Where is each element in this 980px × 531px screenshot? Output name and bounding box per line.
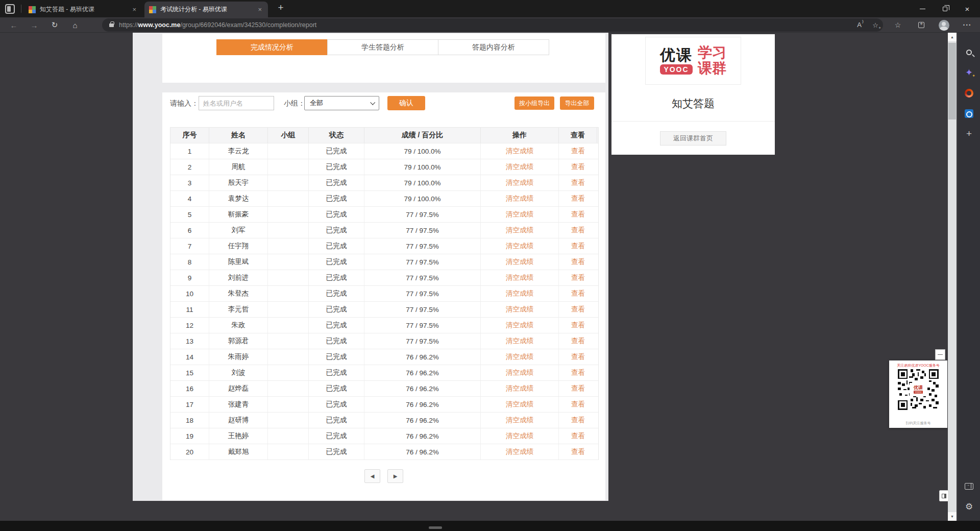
- clear-score-link[interactable]: 清空成绩: [481, 238, 559, 254]
- add-sidebar-item-icon[interactable]: +: [958, 124, 980, 144]
- view-link[interactable]: 查看: [559, 413, 597, 428]
- qr-collapse-button[interactable]: [935, 349, 945, 360]
- close-tab-icon[interactable]: ×: [131, 6, 138, 13]
- clear-score-link[interactable]: 清空成绩: [481, 159, 559, 175]
- favorites-icon[interactable]: ☆: [889, 17, 906, 33]
- clear-score-link[interactable]: 清空成绩: [481, 428, 559, 444]
- column-header: 序号: [170, 128, 209, 143]
- analysis-tabs-card: 完成情况分析 学生答题分析 答题内容分析: [162, 34, 605, 83]
- view-link[interactable]: 查看: [559, 238, 597, 254]
- input-label: 请输入：: [170, 95, 199, 111]
- profile-avatar[interactable]: [935, 17, 952, 33]
- view-link[interactable]: 查看: [559, 428, 597, 444]
- restore-button[interactable]: [934, 0, 955, 17]
- export-by-group-button[interactable]: 按小组导出: [514, 96, 554, 110]
- view-link[interactable]: 查看: [559, 349, 597, 365]
- address-bar[interactable]: https://www.yooc.me/group/6692046/exam/3…: [102, 18, 883, 32]
- search-icon[interactable]: [958, 42, 980, 62]
- prev-page-button[interactable]: ◀: [364, 469, 380, 483]
- tab-completion-analysis[interactable]: 完成情况分析: [216, 39, 328, 55]
- home-icon[interactable]: ⌂: [67, 17, 83, 33]
- table-row: 20戴郑旭已完成76 / 96.2%清空成绩查看: [170, 444, 598, 460]
- clear-score-link[interactable]: 清空成绩: [481, 223, 559, 238]
- sidebar-peek-button[interactable]: [939, 490, 949, 501]
- view-link[interactable]: 查看: [559, 254, 597, 270]
- clear-score-link[interactable]: 清空成绩: [481, 143, 559, 159]
- qr-widget[interactable]: 关注易班优课YOOC服务号 优课 YOOC 扫码关注服务号: [889, 360, 947, 428]
- clear-score-link[interactable]: 清空成绩: [481, 413, 559, 428]
- cell-group: [268, 223, 309, 238]
- confirm-button[interactable]: 确认: [387, 96, 425, 110]
- view-link[interactable]: 查看: [559, 191, 597, 206]
- view-link[interactable]: 查看: [559, 286, 597, 301]
- sidebar-panel-icon[interactable]: [958, 476, 980, 496]
- close-tab-icon[interactable]: ×: [256, 6, 263, 13]
- logo-en-badge: YOOC: [660, 64, 692, 75]
- clear-score-link[interactable]: 清空成绩: [481, 349, 559, 365]
- view-link[interactable]: 查看: [559, 175, 597, 190]
- view-link[interactable]: 查看: [559, 143, 597, 159]
- view-link[interactable]: 查看: [559, 444, 597, 460]
- view-link[interactable]: 查看: [559, 381, 597, 396]
- cell-seq: 11: [170, 302, 209, 317]
- group-select[interactable]: 全部: [304, 96, 379, 110]
- clear-score-link[interactable]: 清空成绩: [481, 381, 559, 396]
- outlook-icon[interactable]: [958, 103, 980, 124]
- tab-student-answer-analysis[interactable]: 学生答题分析: [327, 39, 438, 55]
- back-icon[interactable]: ←: [6, 17, 21, 33]
- scroll-up-icon[interactable]: ▲: [948, 33, 957, 41]
- view-link[interactable]: 查看: [559, 302, 597, 317]
- scrollbar-thumb[interactable]: [948, 43, 956, 119]
- window-close-button[interactable]: ×: [957, 0, 978, 17]
- clear-score-link[interactable]: 清空成绩: [481, 365, 559, 380]
- view-link[interactable]: 查看: [559, 270, 597, 285]
- cell-seq: 10: [170, 286, 209, 301]
- clear-score-link[interactable]: 清空成绩: [481, 302, 559, 317]
- add-favorite-icon[interactable]: ☆: [868, 21, 883, 29]
- refresh-icon[interactable]: ↻: [47, 17, 62, 33]
- forward-icon[interactable]: →: [27, 17, 42, 33]
- taskbar-hint: [429, 526, 442, 529]
- view-link[interactable]: 查看: [559, 333, 597, 349]
- next-page-button[interactable]: ▶: [387, 469, 403, 483]
- clear-score-link[interactable]: 清空成绩: [481, 444, 559, 460]
- clear-score-link[interactable]: 清空成绩: [481, 254, 559, 270]
- export-all-button[interactable]: 导出全部: [560, 96, 594, 110]
- tab-actions-icon[interactable]: [5, 4, 15, 14]
- gear-icon[interactable]: ⚙: [958, 496, 980, 517]
- browser-tab-strip: 知艾答题 - 易班优课 × 考试统计分析 - 易班优课 × + ×: [0, 0, 980, 17]
- edge-sidebar-rail: ✦ + ⚙: [958, 33, 980, 521]
- view-link[interactable]: 查看: [559, 207, 597, 222]
- more-menu-icon[interactable]: ···: [959, 17, 976, 33]
- cell-status: 已完成: [309, 365, 364, 380]
- scroll-down-icon[interactable]: ▼: [948, 512, 957, 521]
- copilot-icon[interactable]: ✦: [958, 62, 980, 83]
- clear-score-link[interactable]: 清空成绩: [481, 318, 559, 333]
- column-header: 状态: [309, 128, 364, 143]
- minimize-button[interactable]: [912, 0, 933, 17]
- back-to-group-home-button[interactable]: 返回课群首页: [660, 131, 726, 146]
- clear-score-link[interactable]: 清空成绩: [481, 286, 559, 301]
- view-link[interactable]: 查看: [559, 318, 597, 333]
- read-aloud-icon[interactable]: A): [852, 21, 868, 29]
- browser-tab-exam-stats[interactable]: 考试统计分析 - 易班优课 ×: [144, 2, 268, 17]
- clear-score-link[interactable]: 清空成绩: [481, 333, 559, 349]
- page-scrollbar[interactable]: ▲ ▼: [948, 33, 957, 521]
- clear-score-link[interactable]: 清空成绩: [481, 175, 559, 190]
- new-tab-button[interactable]: +: [274, 2, 287, 13]
- collections-icon[interactable]: [913, 17, 930, 33]
- office-icon[interactable]: [958, 83, 980, 103]
- clear-score-link[interactable]: 清空成绩: [481, 191, 559, 206]
- view-link[interactable]: 查看: [559, 365, 597, 380]
- tab-answer-content-analysis[interactable]: 答题内容分析: [438, 39, 549, 55]
- clear-score-link[interactable]: 清空成绩: [481, 270, 559, 285]
- clear-score-link[interactable]: 清空成绩: [481, 207, 559, 222]
- view-link[interactable]: 查看: [559, 159, 597, 175]
- browser-tab-zhiai[interactable]: 知艾答题 - 易班优课 ×: [24, 2, 142, 17]
- view-link[interactable]: 查看: [559, 397, 597, 412]
- view-link[interactable]: 查看: [559, 223, 597, 238]
- url-text[interactable]: https://www.yooc.me/group/6692046/exam/3…: [119, 21, 852, 29]
- cell-name: 戴郑旭: [209, 444, 268, 460]
- clear-score-link[interactable]: 清空成绩: [481, 397, 559, 412]
- name-search-input[interactable]: [199, 96, 274, 110]
